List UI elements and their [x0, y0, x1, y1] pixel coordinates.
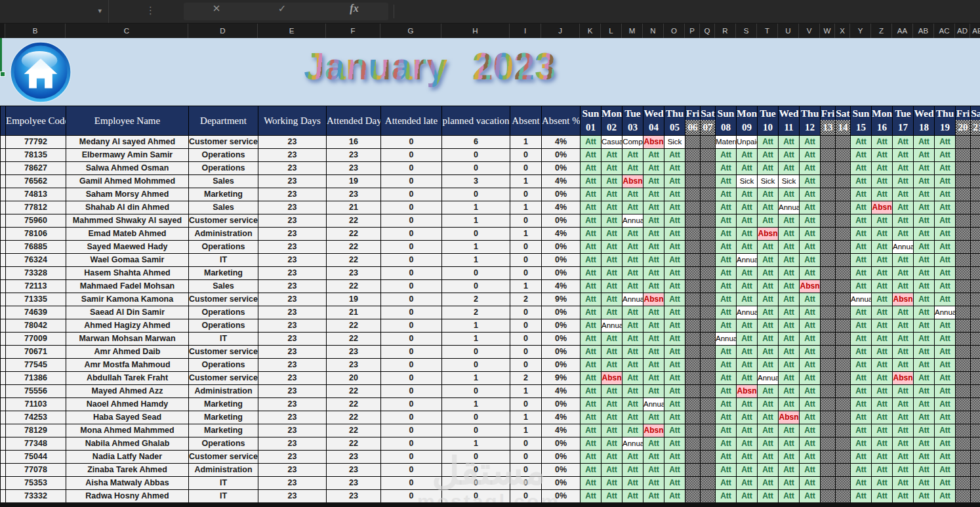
attendance-cell[interactable] — [836, 464, 851, 477]
attendance-cell[interactable]: Att — [664, 162, 685, 175]
cell-attended-late[interactable]: 0 — [381, 372, 442, 385]
attendance-cell[interactable]: Att — [758, 411, 779, 424]
attendance-cell[interactable] — [956, 346, 971, 359]
cell-attended-late[interactable]: 0 — [381, 385, 442, 398]
attendance-cell[interactable]: Att — [664, 490, 685, 503]
attendance-cell[interactable]: Absn — [893, 372, 914, 385]
attendance-cell[interactable]: Att — [602, 280, 623, 293]
day-header[interactable]: Tue03 — [623, 106, 643, 136]
attendance-cell[interactable] — [971, 201, 980, 214]
attendance-cell[interactable]: Att — [893, 201, 914, 214]
attendance-cell[interactable] — [956, 267, 971, 280]
cell-employee-name[interactable]: Naoel Ahmed Hamdy — [66, 398, 189, 411]
cell-attended-late[interactable]: 0 — [381, 162, 442, 175]
attendance-cell[interactable]: Att — [643, 254, 664, 267]
attendance-cell[interactable]: Annua — [779, 201, 800, 214]
cell-attended-late[interactable]: 0 — [381, 398, 442, 411]
attendance-cell[interactable]: Att — [893, 411, 914, 424]
attendance-cell[interactable] — [821, 162, 836, 175]
attendance-cell[interactable]: Att — [664, 398, 685, 411]
cell-attended-late[interactable]: 0 — [381, 411, 442, 424]
attendance-cell[interactable]: Att — [581, 175, 602, 188]
day-header[interactable]: Thu12 — [800, 106, 821, 136]
attendance-cell[interactable]: Absn — [800, 280, 821, 293]
day-header[interactable]: Wed11 — [779, 106, 800, 136]
attendance-cell[interactable]: Att — [893, 359, 914, 372]
cell-employee-code[interactable]: 77792 — [6, 136, 66, 149]
cell-planned-vacation[interactable]: 0 — [442, 346, 510, 359]
cell-department[interactable]: IT — [189, 254, 258, 267]
attendance-cell[interactable] — [971, 306, 980, 319]
attendance-cell[interactable]: Att — [914, 385, 935, 398]
attendance-cell[interactable]: Att — [664, 280, 685, 293]
cell-employee-code[interactable]: 78106 — [6, 228, 66, 241]
attendance-cell[interactable] — [685, 451, 701, 464]
column-letter-j[interactable]: J — [541, 24, 580, 38]
attendance-cell[interactable]: Att — [737, 398, 758, 411]
attendance-cell[interactable] — [971, 149, 980, 162]
attendance-cell[interactable] — [971, 241, 980, 254]
column-letter-m[interactable]: M — [622, 24, 643, 38]
column-letter-l[interactable]: L — [601, 24, 622, 38]
attendance-cell[interactable]: Att — [737, 241, 758, 254]
attendance-cell[interactable]: Att — [935, 293, 956, 306]
cell-planned-vacation[interactable]: 0 — [442, 490, 510, 503]
cell-attended-late[interactable]: 0 — [381, 149, 442, 162]
attendance-cell[interactable]: Att — [664, 477, 685, 490]
cell-employee-code[interactable]: 78627 — [6, 162, 66, 175]
cell-absent[interactable]: 2 — [510, 372, 542, 385]
attendance-cell[interactable] — [971, 464, 980, 477]
attendance-cell[interactable]: Att — [737, 162, 758, 175]
attendance-cell[interactable]: Att — [800, 293, 821, 306]
cell-col-a[interactable] — [1, 293, 6, 306]
cell-working-days[interactable]: 23 — [258, 201, 327, 214]
attendance-cell[interactable]: Att — [779, 162, 800, 175]
attendance-cell[interactable]: Att — [893, 437, 914, 451]
column-letter-z[interactable]: Z — [871, 24, 892, 38]
attendance-cell[interactable]: Att — [623, 149, 643, 162]
attendance-cell[interactable]: Att — [914, 424, 935, 437]
attendance-cell[interactable]: Att — [602, 162, 623, 175]
cell-attended-days[interactable]: 22 — [327, 398, 381, 411]
cell-absent[interactable]: 0 — [510, 451, 542, 464]
cell-planned-vacation[interactable]: 1 — [442, 437, 510, 451]
column-letter-ab[interactable]: AB — [913, 24, 934, 38]
attendance-cell[interactable]: Att — [851, 201, 872, 214]
cell-col-a[interactable] — [1, 359, 6, 372]
cell-employee-name[interactable]: Mayed Ahmed Azz — [66, 385, 189, 398]
attendance-cell[interactable]: Att — [737, 411, 758, 424]
cell-planned-vacation[interactable]: 1 — [442, 241, 510, 254]
cell-planned-vacation[interactable]: 0 — [442, 267, 510, 280]
attendance-cell[interactable]: Att — [800, 424, 821, 437]
attendance-cell[interactable] — [685, 267, 701, 280]
attendance-cell[interactable] — [956, 398, 971, 411]
attendance-cell[interactable]: Att — [602, 228, 623, 241]
attendance-cell[interactable] — [821, 306, 836, 319]
cell-working-days[interactable]: 23 — [258, 254, 327, 267]
attendance-cell[interactable]: Att — [914, 306, 935, 319]
cell-col-a[interactable] — [1, 136, 6, 149]
attendance-cell[interactable]: Att — [872, 346, 893, 359]
attendance-cell[interactable]: Att — [664, 451, 685, 464]
attendance-cell[interactable] — [685, 175, 701, 188]
attendance-cell[interactable] — [821, 346, 836, 359]
attendance-cell[interactable]: Att — [664, 464, 685, 477]
cell-department[interactable]: Customer service — [189, 346, 258, 359]
cell-planned-vacation[interactable]: 1 — [442, 254, 510, 267]
attendance-cell[interactable] — [685, 293, 701, 306]
cell-department[interactable]: Marketing — [189, 398, 258, 411]
attendance-cell[interactable] — [685, 228, 701, 241]
attendance-cell[interactable] — [836, 162, 851, 175]
attendance-cell[interactable]: Att — [737, 477, 758, 490]
day-header[interactable]: Mon02 — [602, 106, 623, 136]
attendance-cell[interactable]: Att — [914, 490, 935, 503]
attendance-cell[interactable]: Att — [737, 359, 758, 372]
cell-planned-vacation[interactable]: 2 — [442, 293, 510, 306]
attendance-cell[interactable]: Att — [872, 490, 893, 503]
attendance-cell[interactable] — [685, 372, 701, 385]
dropdown-icon[interactable]: ▾ — [98, 7, 102, 15]
attendance-cell[interactable] — [971, 254, 980, 267]
attendance-cell[interactable] — [701, 372, 716, 385]
attendance-cell[interactable]: Att — [623, 477, 643, 490]
cell-attended-late[interactable]: 0 — [381, 254, 442, 267]
